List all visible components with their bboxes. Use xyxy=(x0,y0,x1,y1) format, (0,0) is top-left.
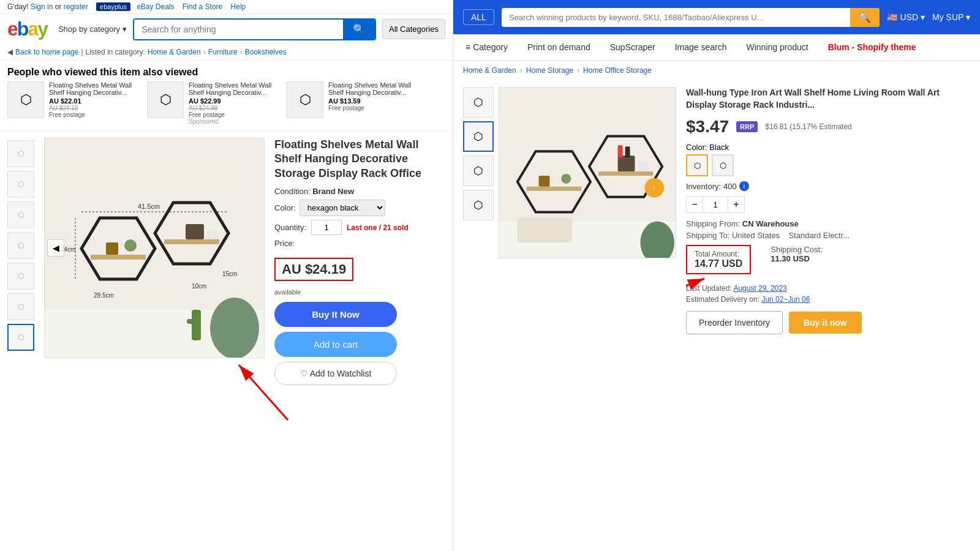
sup-color-label: Color: Black xyxy=(686,143,729,152)
inventory-label: Inventory: xyxy=(686,182,721,191)
nav-image-search-label: Image search xyxy=(675,42,727,52)
breadcrumb-furniture[interactable]: Furniture xyxy=(208,48,238,56)
quantity-input[interactable] xyxy=(311,220,342,235)
help-link[interactable]: Help xyxy=(231,2,246,11)
back-home-link[interactable]: Back to home page xyxy=(15,48,78,56)
nav-print-on-demand[interactable]: Print on demand xyxy=(525,34,593,61)
svg-text:10cm: 10cm xyxy=(192,283,206,290)
nav-blum-theme[interactable]: Blum - Shopify theme xyxy=(826,34,919,61)
qty-label: Quantity: xyxy=(274,223,306,232)
chevron-down-icon: ▾ xyxy=(921,12,925,22)
price-box: AU $24.19 xyxy=(274,258,353,281)
image-prev-button[interactable]: ◀ xyxy=(47,239,64,257)
listed-in-label: Listed in category: xyxy=(86,48,145,56)
ebay-deals-link[interactable]: eBay Deals xyxy=(137,2,174,11)
back-icon: ◀ xyxy=(7,48,13,56)
color-swatch-2[interactable]: ⬡ xyxy=(712,154,734,176)
currency-selector[interactable]: 🇺🇸 USD ▾ xyxy=(887,12,925,22)
qty-increase-button[interactable]: + xyxy=(728,196,745,213)
qty-value: 1 xyxy=(703,196,728,213)
chevron-down-icon: ▾ xyxy=(123,24,127,34)
sup-breadcrumb-home-garden[interactable]: Home & Garden xyxy=(463,66,516,75)
ebay-search-bar: 🔍 xyxy=(133,18,376,40)
sup-breadcrumb: Home & Garden › Home Storage › Home Offi… xyxy=(453,61,980,80)
sup-thumb-4[interactable]: ⬡ xyxy=(463,190,494,220)
product-price: AU $24.19 xyxy=(274,258,353,281)
product-details: Floating Shelves Metal Wall Shelf Hangin… xyxy=(274,138,445,385)
product-thumb-7[interactable]: ⬡ xyxy=(7,324,34,351)
svg-rect-5 xyxy=(164,239,219,244)
buy-now-button[interactable]: Buy It Now xyxy=(274,302,397,327)
color-select[interactable]: hexagon black xyxy=(300,200,385,216)
sup-all-button[interactable]: ALL xyxy=(463,9,494,25)
last-updated-value[interactable]: August 29, 2023 xyxy=(733,284,786,293)
ebay-header: ebay Shop by category ▾ 🔍 All Categories xyxy=(0,14,453,44)
shop-by-button[interactable]: Shop by category ▾ xyxy=(58,24,127,34)
product-thumb-5[interactable]: ⬡ xyxy=(7,263,34,290)
total-amount-box: Total Amount: 14.77 USD xyxy=(686,245,751,274)
ebay-search-input[interactable] xyxy=(134,20,343,39)
sup-price-row: $3.47 RRP $16.81 (15.17% Estimated xyxy=(686,117,970,137)
register-link[interactable]: register xyxy=(64,2,88,11)
sup-inventory: Inventory: 400 i xyxy=(686,181,970,191)
sup-search-input[interactable] xyxy=(502,8,851,27)
total-amount-value: 14.77 USD xyxy=(695,258,742,269)
total-amount-label: Total Amount: xyxy=(695,250,742,258)
condition-value: Brand New xyxy=(312,187,354,196)
est-delivery-value[interactable]: Jun 02~Jun 06 xyxy=(761,295,810,304)
sup-product-info: Wall-hung Type Iron Art Wall Shelf Home … xyxy=(686,87,970,544)
add-to-cart-button[interactable]: Add to cart xyxy=(274,332,397,357)
breadcrumb-home-garden[interactable]: Home & Garden xyxy=(148,48,201,56)
product-thumb-6[interactable]: ⬡ xyxy=(7,293,34,320)
product-thumb-1[interactable]: ⬡ xyxy=(7,140,34,167)
nav-category[interactable]: ≡ Category xyxy=(463,34,510,61)
list-item[interactable]: ⬡ Floating Shelves Metal Wall Shelf Hang… xyxy=(7,81,142,125)
also-viewed-thumb-2: ⬡ xyxy=(147,81,184,118)
ebay-panel: G'day! Sign in or register ebayplus eBay… xyxy=(0,0,453,551)
sup-product-image-svg: ↑ xyxy=(499,87,676,258)
sup-main-content: ⬡ ⬡ ⬡ ⬡ xyxy=(453,80,980,551)
sup-thumb-2[interactable]: ⬡ xyxy=(463,121,494,152)
find-store-link[interactable]: Find a Store xyxy=(183,2,222,11)
mysup-menu[interactable]: My SUP ▾ xyxy=(932,12,970,22)
list-item[interactable]: ⬡ Floating Shelves Metal Wall Shelf Hang… xyxy=(147,81,282,125)
nav-image-search[interactable]: Image search xyxy=(673,34,729,61)
breadcrumb-bookshelves[interactable]: Bookshelves xyxy=(245,48,287,56)
condition-label: Condition: xyxy=(274,187,311,196)
sup-breadcrumb-home-storage[interactable]: Home Storage xyxy=(526,66,573,75)
all-categories-button[interactable]: All Categories xyxy=(382,19,445,39)
list-item[interactable]: ⬡ Floating Shelves Metal Wall Shelf Hang… xyxy=(287,81,421,125)
color-swatch-1[interactable]: ⬡ xyxy=(686,154,708,176)
svg-text:↑: ↑ xyxy=(652,184,656,193)
rrp-badge: RRP xyxy=(736,121,758,132)
svg-text:41.5cm: 41.5cm xyxy=(138,203,160,210)
ebay-search-button[interactable]: 🔍 xyxy=(343,20,375,39)
nav-supscraper[interactable]: SupScraper xyxy=(608,34,658,61)
sup-breadcrumb-home-office[interactable]: Home Office Storage xyxy=(583,66,652,75)
currency-label: USD xyxy=(900,12,918,22)
sup-search-button[interactable]: 🔍 xyxy=(850,8,880,27)
sup-buy-it-now-button[interactable]: Buy it now xyxy=(789,312,862,334)
price-label: Price: xyxy=(274,239,295,248)
qty-decrease-button[interactable]: − xyxy=(686,196,703,213)
product-thumb-2[interactable]: ⬡ xyxy=(7,171,34,198)
product-thumbnails: ⬡ ⬡ ⬡ ⬡ ⬡ ⬡ ⬡ xyxy=(7,138,34,385)
nav-winning-product[interactable]: Winning product xyxy=(744,34,810,61)
inventory-value: 400 xyxy=(723,182,737,191)
svg-rect-29 xyxy=(638,162,647,171)
preorder-inventory-button[interactable]: Preorder Inventory xyxy=(686,311,783,334)
shop-by-label: Shop by category xyxy=(58,24,120,34)
inventory-info-icon[interactable]: i xyxy=(739,181,749,191)
shipping-to-label: Shipping To: xyxy=(686,231,729,240)
sup-thumb-3[interactable]: ⬡ xyxy=(463,156,494,186)
add-to-watchlist-button[interactable]: ♡ Add to Watchlist xyxy=(274,362,397,385)
product-thumb-3[interactable]: ⬡ xyxy=(7,201,34,228)
product-thumb-4[interactable]: ⬡ xyxy=(7,232,34,259)
sup-thumb-1[interactable]: ⬡ xyxy=(463,87,494,118)
svg-point-10 xyxy=(210,298,259,358)
menu-icon: ≡ xyxy=(466,42,470,52)
svg-rect-28 xyxy=(618,156,635,171)
sup-main-product-image: ↑ xyxy=(499,87,676,258)
signin-link[interactable]: Sign in xyxy=(31,2,53,11)
svg-rect-24 xyxy=(527,187,581,191)
